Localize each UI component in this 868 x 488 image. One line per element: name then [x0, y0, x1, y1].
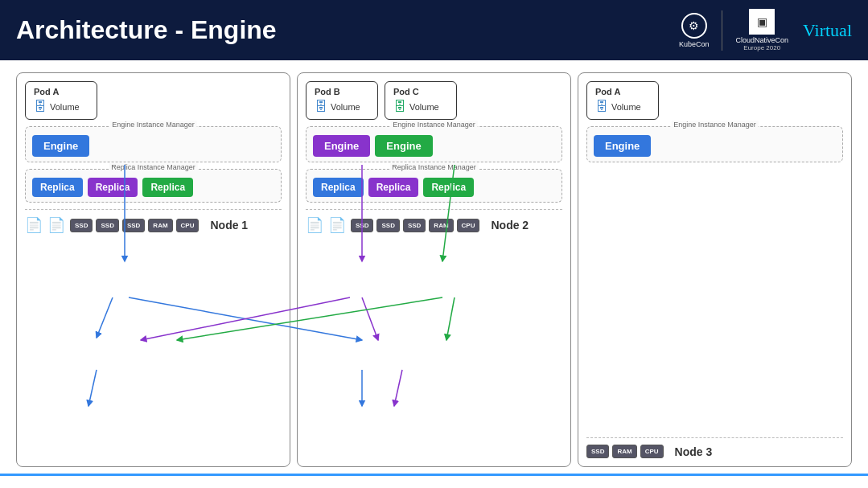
- node3-hardware: SSD RAM CPU Node 3: [586, 437, 843, 458]
- ssd-chip-7: SSD: [586, 445, 609, 458]
- node2-pod-c-volume: 🗄 Volume: [393, 100, 439, 114]
- node1-content: Pod A 🗄 Volume Engine Instance Manager E…: [25, 81, 282, 458]
- node2-pod-row: Pod B 🗄 Volume Pod C 🗄 Volume: [306, 81, 562, 120]
- logo-divider: [722, 10, 722, 51]
- node3-spacer: [586, 169, 843, 431]
- doc-icon-3: 📄: [306, 216, 323, 234]
- node1-replica-btn-2: Replica: [88, 178, 138, 197]
- node2-pod-b-label: Pod B: [315, 87, 340, 96]
- page-title: Architecture - Engine: [16, 15, 277, 45]
- node1-pod-a: Pod A 🗄 Volume: [25, 81, 97, 120]
- node2-pod-c-label: Pod C: [393, 87, 419, 96]
- node1-hardware: 📄 📄 SSD SSD SSD RAM CPU Node 1: [25, 209, 282, 234]
- bottom-line: [0, 474, 868, 476]
- volume-icon-c: 🗄: [393, 100, 406, 114]
- node1-replica-manager: Replica Instance Manager Replica Replica…: [25, 169, 282, 203]
- node1-replica-btn-1: Replica: [32, 178, 83, 197]
- cpu-chip-3: CPU: [640, 445, 664, 458]
- node2-box: Pod B 🗄 Volume Pod C 🗄 Volume: [297, 72, 571, 467]
- node1-engine-buttons: Engine: [32, 135, 274, 157]
- node2-engine-manager-label: Engine Instance Manager: [390, 121, 478, 129]
- node2-replica-btn-2: Replica: [368, 178, 419, 197]
- node1-replica-btn-3: Replica: [142, 178, 193, 197]
- node1-pod-row: Pod A 🗄 Volume: [25, 81, 282, 120]
- node2-replica-manager: Replica Instance Manager Replica Replica…: [306, 169, 562, 203]
- node2-pod-c: Pod C 🗄 Volume: [385, 81, 457, 120]
- node1-engine-btn: Engine: [32, 135, 89, 157]
- node2-hardware: 📄 📄 SSD SSD SSD RAM CPU Node 2: [306, 209, 562, 234]
- ram-chip-1: RAM: [148, 219, 172, 232]
- node3-pod-a-label: Pod A: [595, 87, 620, 96]
- node3-engine-manager-label: Engine Instance Manager: [671, 121, 759, 129]
- doc-icon-4: 📄: [328, 216, 346, 234]
- node3-hw-icons: SSD RAM CPU: [586, 445, 664, 458]
- node3-pod-a-volume: 🗄 Volume: [595, 100, 641, 114]
- node1-hw-icons: SSD SSD SSD RAM CPU: [70, 219, 199, 232]
- header: Architecture - Engine ⚙ KubeCon ▣ CloudN…: [0, 0, 868, 60]
- ssd-chip-1: SSD: [70, 219, 93, 232]
- node1-replica-manager-label: Replica Instance Manager: [109, 163, 198, 171]
- main-content: Pod A 🗄 Volume Engine Instance Manager E…: [0, 60, 868, 488]
- cpu-chip-1: CPU: [176, 219, 200, 232]
- cloudnative-logo: ▣ CloudNativeCon Europe 2020: [735, 9, 788, 51]
- node3-engine-manager: Engine Instance Manager Engine: [586, 126, 843, 162]
- node3-pod-a: Pod A 🗄 Volume: [586, 81, 659, 120]
- node2-engine-manager: Engine Instance Manager Engine Engine: [306, 126, 562, 162]
- doc-icon-1: 📄: [25, 216, 43, 234]
- node3-box: Pod A 🗄 Volume Engine Instance Manager E…: [578, 72, 852, 467]
- cpu-chip-2: CPU: [457, 219, 480, 232]
- node2-replica-buttons: Replica Replica Replica: [313, 178, 555, 197]
- node1-pod-a-volume: 🗄 Volume: [34, 100, 80, 114]
- node2-content: Pod B 🗄 Volume Pod C 🗄 Volume: [306, 81, 562, 458]
- node1-pod-a-label: Pod A: [34, 87, 59, 96]
- ram-chip-3: RAM: [612, 445, 636, 458]
- node1-replica-buttons: Replica Replica Replica: [32, 178, 274, 197]
- node1-engine-manager-label: Engine Instance Manager: [109, 121, 197, 129]
- ssd-chip-5: SSD: [376, 219, 399, 232]
- volume-icon-blue: 🗄: [34, 100, 47, 114]
- ssd-chip-2: SSD: [96, 219, 118, 232]
- ssd-chip-6: SSD: [403, 219, 426, 232]
- node2-pod-b-volume: 🗄 Volume: [315, 100, 360, 114]
- node2-pod-b: Pod B 🗄 Volume: [306, 81, 378, 120]
- volume-icon-b: 🗄: [315, 100, 327, 114]
- node1-box: Pod A 🗄 Volume Engine Instance Manager E…: [16, 72, 290, 467]
- node2-engine-buttons: Engine Engine: [313, 135, 555, 157]
- doc-icon-2: 📄: [47, 216, 65, 234]
- node3-engine-btn: Engine: [594, 135, 651, 157]
- ram-chip-2: RAM: [429, 219, 453, 232]
- node2-engine-btn-1: Engine: [313, 135, 370, 157]
- kubecon-logo: ⚙ KubeCon: [679, 13, 710, 48]
- node3-name: Node 3: [675, 445, 713, 458]
- node2-engine-btn-2: Engine: [375, 135, 432, 157]
- node1-name: Node 1: [210, 219, 248, 232]
- node2-replica-btn-3: Replica: [423, 178, 474, 197]
- ssd-chip-3: SSD: [122, 219, 145, 232]
- node2-hw-icons: SSD SSD SSD RAM CPU: [351, 219, 479, 232]
- node2-replica-btn-1: Replica: [313, 178, 364, 197]
- node1-engine-manager: Engine Instance Manager Engine: [25, 126, 282, 162]
- node2-replica-manager-label: Replica Instance Manager: [389, 163, 479, 171]
- node2-name: Node 2: [491, 219, 529, 232]
- nodes-container: Pod A 🗄 Volume Engine Instance Manager E…: [16, 72, 852, 467]
- virtual-text: Virtual: [803, 20, 852, 41]
- ssd-chip-4: SSD: [351, 219, 373, 232]
- node3-engine-buttons: Engine: [594, 135, 836, 157]
- volume-icon-a3: 🗄: [595, 100, 608, 114]
- header-logo: ⚙ KubeCon ▣ CloudNativeCon Europe 2020 V…: [679, 9, 852, 51]
- node3-content: Pod A 🗄 Volume Engine Instance Manager E…: [586, 81, 843, 458]
- node3-pod-row: Pod A 🗄 Volume: [586, 81, 843, 120]
